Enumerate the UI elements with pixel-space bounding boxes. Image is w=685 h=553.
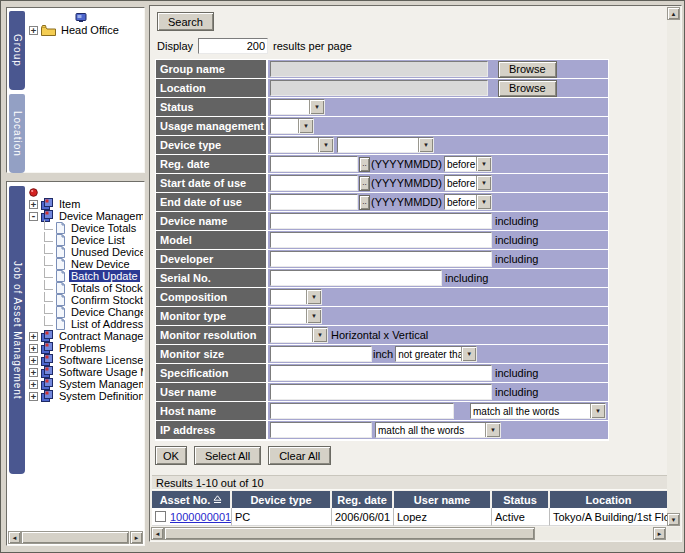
- tree-expander[interactable]: +: [29, 26, 38, 35]
- reg-date-date-picker-button[interactable]: ..: [359, 157, 370, 172]
- ip-address-input[interactable]: [270, 422, 372, 438]
- column-header-device-type[interactable]: Device type: [232, 491, 330, 508]
- model-input[interactable]: [270, 232, 492, 248]
- monitor-resolution-select[interactable]: ▼: [270, 327, 328, 343]
- location-input[interactable]: [270, 80, 488, 96]
- scroll-up-icon[interactable]: ▲: [667, 7, 680, 20]
- search-button[interactable]: Search: [157, 12, 214, 31]
- start-date-of-use-date-picker-button[interactable]: ..: [359, 176, 370, 191]
- tree-expander[interactable]: +: [29, 200, 38, 209]
- row-checkbox[interactable]: [155, 511, 166, 522]
- host-name-input[interactable]: [270, 403, 454, 419]
- dropdown-arrow-icon[interactable]: ▼: [485, 423, 500, 437]
- tree-item-head-office[interactable]: +Head Office: [27, 24, 143, 36]
- tree-expander[interactable]: +: [29, 332, 38, 341]
- group-name-input[interactable]: [270, 61, 488, 77]
- ok-button[interactable]: OK: [155, 446, 187, 465]
- composition-select[interactable]: ▼: [270, 289, 322, 305]
- monitor-type-select[interactable]: ▼: [270, 308, 322, 324]
- dropdown-arrow-icon[interactable]: ▼: [312, 328, 327, 342]
- tree-expander[interactable]: +: [29, 368, 38, 377]
- main-vscrollbar[interactable]: ▲ ▼: [667, 7, 680, 526]
- results-hscrollbar[interactable]: ◄ ►: [151, 527, 666, 540]
- display-suffix: results per page: [273, 40, 352, 52]
- end-date-of-use-suffix-label: (YYYYMMDD): [371, 196, 442, 208]
- device-type-select-2[interactable]: ▼: [337, 137, 434, 153]
- user-name-input[interactable]: [270, 384, 492, 400]
- tree-expander[interactable]: -: [29, 212, 38, 221]
- tree-item-problems[interactable]: +Problems: [27, 342, 143, 354]
- tree-item-system-definition[interactable]: +System Definition: [27, 390, 143, 402]
- column-header-asset-no[interactable]: Asset No.: [152, 491, 230, 508]
- form-field-host-name: match all the words▼: [268, 402, 608, 420]
- dropdown-arrow-icon[interactable]: ▼: [309, 100, 324, 114]
- location-browse-button[interactable]: Browse: [498, 80, 557, 97]
- device-type-select[interactable]: ▼: [270, 137, 334, 153]
- clear-all-button[interactable]: Clear All: [268, 446, 331, 465]
- ip-address-select[interactable]: match all the words▼: [375, 422, 501, 438]
- tree-expander[interactable]: +: [29, 356, 38, 365]
- form-label-ip-address: IP address: [156, 421, 266, 439]
- group-name-browse-button[interactable]: Browse: [498, 61, 557, 78]
- dropdown-arrow-icon[interactable]: ▼: [476, 195, 491, 209]
- tree-item-item[interactable]: +Item: [27, 198, 143, 210]
- monitor-size-select[interactable]: not greater than▼: [395, 346, 477, 362]
- form-row-status: Status▼: [156, 98, 608, 116]
- tree-item-label: Unused Device List: [69, 246, 143, 258]
- tree-expander[interactable]: +: [29, 392, 38, 401]
- scroll-thumb[interactable]: [21, 531, 129, 544]
- start-date-of-use-select[interactable]: before▼: [444, 175, 492, 191]
- tab-location[interactable]: Location: [9, 94, 25, 173]
- host-name-select[interactable]: match all the words▼: [470, 403, 606, 419]
- asset-link[interactable]: 1000000001: [170, 511, 231, 523]
- tree-item-system-management[interactable]: +System Management: [27, 378, 143, 390]
- device-name-input[interactable]: [270, 213, 492, 229]
- tree-connector: [44, 268, 53, 278]
- tree-item-list-of-address-in-use[interactable]: List of Address in Use: [27, 318, 143, 330]
- monitor-size-input[interactable]: [270, 346, 372, 362]
- tree-item-software-license[interactable]: +Software License: [27, 354, 143, 366]
- tree-expander[interactable]: +: [29, 344, 38, 353]
- dropdown-arrow-icon[interactable]: ▼: [461, 347, 476, 361]
- tree-expander[interactable]: +: [29, 380, 38, 389]
- column-header-reg-date[interactable]: Reg. date: [332, 491, 392, 508]
- display-count-input[interactable]: [198, 38, 268, 54]
- end-date-of-use-date-picker-button[interactable]: ..: [359, 195, 370, 210]
- start-date-of-use-input[interactable]: [270, 175, 358, 191]
- dropdown-arrow-icon[interactable]: ▼: [476, 157, 491, 171]
- developer-input[interactable]: [270, 251, 492, 267]
- form-label-composition: Composition: [156, 288, 266, 306]
- reg-date-select[interactable]: before▼: [444, 156, 492, 172]
- form-row-model: Modelincluding: [156, 231, 608, 249]
- serial-no-input[interactable]: [270, 270, 442, 286]
- tree-item-contract-management[interactable]: +Contract Management: [27, 330, 143, 342]
- status-select[interactable]: ▼: [270, 99, 325, 115]
- dropdown-arrow-icon[interactable]: ▼: [418, 138, 433, 152]
- specification-input[interactable]: [270, 365, 492, 381]
- end-date-of-use-select[interactable]: before▼: [444, 194, 492, 210]
- scroll-left-icon[interactable]: ◄: [8, 531, 21, 544]
- dropdown-arrow-icon[interactable]: ▼: [306, 309, 321, 323]
- tab-group[interactable]: Group: [9, 11, 25, 90]
- scroll-down-icon[interactable]: ▼: [667, 513, 680, 526]
- dropdown-arrow-icon[interactable]: ▼: [318, 138, 333, 152]
- tree-item-software-usage-managem[interactable]: +Software Usage Managem: [27, 366, 143, 378]
- column-header-location[interactable]: Location: [550, 491, 667, 508]
- usage-management-select[interactable]: ▼: [270, 118, 314, 134]
- scroll-left-icon[interactable]: ◄: [151, 527, 164, 540]
- select-all-button[interactable]: Select All: [194, 446, 261, 465]
- scroll-right-icon[interactable]: ►: [653, 527, 666, 540]
- scroll-thumb[interactable]: [164, 527, 535, 540]
- column-header-user-name[interactable]: User name: [394, 491, 490, 508]
- dropdown-arrow-icon[interactable]: ▼: [476, 176, 491, 190]
- job-tree-hscrollbar[interactable]: ◄ ►: [8, 531, 143, 544]
- dropdown-arrow-icon[interactable]: ▼: [306, 290, 321, 304]
- column-header-status[interactable]: Status: [492, 491, 548, 508]
- reg-date-input[interactable]: [270, 156, 358, 172]
- end-date-of-use-input[interactable]: [270, 194, 358, 210]
- dropdown-arrow-icon[interactable]: ▼: [298, 119, 313, 133]
- tree-item-label: Software License: [57, 354, 143, 366]
- dropdown-arrow-icon[interactable]: ▼: [590, 404, 605, 418]
- tab-job-of-asset-management[interactable]: Job of Asset Management: [9, 186, 25, 474]
- scroll-right-icon[interactable]: ►: [130, 531, 143, 544]
